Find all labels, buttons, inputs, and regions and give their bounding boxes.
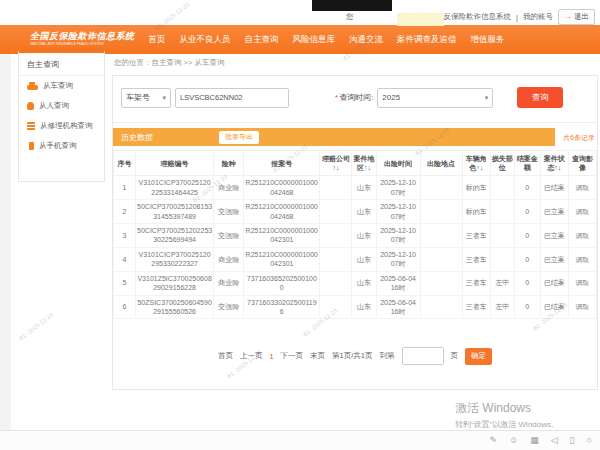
cell-type: 交强险 [214,295,244,319]
logout-label: 退出 [574,12,589,22]
cell-report_no: 7371603652025001000 [244,271,320,295]
nav-item-4[interactable]: 沟通交流 [349,34,383,46]
cell-report_no: R251210C0000001000042301 [244,247,320,271]
column-header[interactable]: 车辆角色↑↓ [462,151,490,176]
goto-page-input[interactable] [402,347,444,365]
phone-icon [29,142,34,150]
column-header[interactable]: 案件状态↑↓ [540,151,568,176]
cell-region: 山东 [352,223,376,247]
page-prev-link[interactable]: 上一页 [240,351,263,361]
page-left-gutter [0,46,11,430]
column-header[interactable]: 案件地区↑↓ [352,151,376,176]
topbar-separator: | [516,13,518,22]
cell-time: 2025-12-10 07时 [376,200,420,224]
nav-item-6[interactable]: 增值服务 [471,34,505,46]
search-form: 车架号 ▾ *查询时间: 2025 ▾ 查询 [121,87,589,108]
cell-claim_no: 50ZSIC370025060459029155560526 [136,295,214,319]
table-row: 250CICP370025120815331455397489交强险R25121… [114,200,597,224]
cell-region: 山东 [352,247,376,271]
sidebar-item[interactable]: 从修理机构查询 [19,116,104,136]
retrieve-image-link[interactable]: 调取 [575,232,589,239]
table-row: 4V3101CICP370025120295330222327商业险R25121… [114,247,597,271]
column-header: 序号 [114,151,136,176]
cell-image: 调取 [568,200,596,224]
cell-region: 山东 [352,176,376,200]
page-next-link[interactable]: 下一页 [281,351,304,361]
cell-company [320,295,352,319]
cell-report_no: R251210C0000001000042301 [244,223,320,247]
batch-export-button[interactable]: 批量导出 [219,131,259,144]
cell-time: 2025-12-10 07时 [376,223,420,247]
nav-item-5[interactable]: 案件调查及追偿 [397,34,457,46]
search-icon[interactable]: ○ [587,435,592,445]
cell-loss_part [490,200,514,224]
query-button[interactable]: 查询 [517,87,563,108]
cell-role: 标的车 [462,176,490,200]
trash-icon[interactable]: ▦ [530,435,539,445]
greeting-text: 您 [346,12,354,22]
page-current[interactable]: 1 [269,352,273,361]
cell-role: 标的车 [462,200,490,224]
cell-region: 山东 [352,271,376,295]
repair-org-icon [27,122,35,130]
cell-image: 调取 [568,176,596,200]
cell-type: 商业险 [214,247,244,271]
query-year-value: 2025 [382,93,400,102]
page-unit-label: 页 [451,351,459,361]
cell-time: 2025-12-10 07时 [376,176,420,200]
cell-seq: 1 [114,176,136,200]
vin-input[interactable] [175,88,289,108]
emoji-icon[interactable]: ☺ [509,435,518,445]
app-logo: 全国反保险欺诈信息系统 NATIONAL ANTI INSURANCE FRAU… [30,32,135,46]
nav-item-1[interactable]: 从业不良人员 [180,34,231,46]
page-last-link[interactable]: 末页 [310,351,325,361]
column-header[interactable]: 理赔公司↑↓ [320,151,352,176]
table-row: 650ZSIC370025060459029155560526交强险737160… [114,295,597,319]
sidebar-item-label: 从修理机构查询 [40,121,93,131]
cell-place [420,223,462,247]
search-field-select[interactable]: 车架号 ▾ [121,88,171,108]
page-first-link[interactable]: 首页 [218,351,233,361]
pen-icon[interactable]: ✎ [489,435,497,445]
cell-claim_no: 50CICP370025120815331455397489 [136,200,214,224]
cell-status: 已结案 [540,295,568,319]
content-card: 车架号 ▾ *查询时间: 2025 ▾ 查询 历史数据 批量导出 共6条记录 序… [112,75,598,390]
cell-loss_part [490,223,514,247]
query-time-label: *查询时间: [335,92,373,103]
cell-place [420,247,462,271]
query-year-select[interactable]: 2025 ▾ [377,88,493,108]
table-row: 350CICP370025120225330225699494交强险R25121… [114,223,597,247]
cell-status: 已立案 [540,200,568,224]
retrieve-image-link[interactable]: 调取 [575,279,589,286]
car-icon [27,85,38,90]
nav-item-2[interactable]: 自主查询 [245,34,279,46]
cell-status: 已立案 [540,247,568,271]
retrieve-image-link[interactable]: 调取 [575,184,589,191]
cell-type: 商业险 [214,176,244,200]
retrieve-image-link[interactable]: 调取 [575,256,589,263]
nav-item-3[interactable]: 风险信息库 [293,34,336,46]
cell-report_no: 7371603302025001196 [244,295,320,319]
retrieve-image-link[interactable]: 调取 [575,303,589,310]
column-header: 理赔编号 [136,151,214,176]
cell-image: 调取 [568,247,596,271]
sidebar-item[interactable]: 从车查询 [19,76,104,96]
logout-arrow-icon: → [564,13,572,21]
sidebar-item[interactable]: 从手机查询 [19,136,104,156]
table-row: 1V3101CICP370025120225331464425商业险R25121… [114,176,597,200]
retrieve-image-link[interactable]: 调取 [575,208,589,215]
required-asterisk: * [335,93,338,102]
goto-confirm-button[interactable]: 确定 [465,348,492,365]
logout-button[interactable]: → 退出 [558,9,595,25]
window-icon[interactable]: ▯ [570,435,575,445]
my-account-link[interactable]: 我的账号 [523,12,553,22]
column-header: 损失部位 [490,151,514,176]
search-field-value: 车架号 [126,92,150,103]
redaction-yellow-box [397,13,444,26]
nav-item-0[interactable]: 首页 [149,34,166,46]
sidebar-item[interactable]: 从人查询 [19,96,104,116]
sidebar-title: 自主查询 [19,53,104,76]
speaker-icon[interactable]: ◁ [551,435,558,445]
cell-claim_no: 50CICP370025120225330225699494 [136,223,214,247]
cell-image: 调取 [568,223,596,247]
